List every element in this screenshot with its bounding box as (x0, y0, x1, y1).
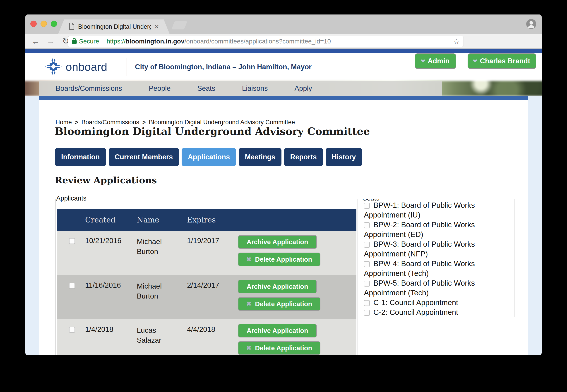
column-name: Name (137, 215, 187, 224)
nav-item-apply[interactable]: Apply (294, 84, 312, 93)
onboard-logo[interactable]: onboard (45, 53, 107, 81)
url-text: https://bloomington.in.gov/onboard/commi… (107, 38, 451, 45)
seat-option: BPW-4: Board of Public Works Appointment… (364, 259, 512, 278)
tab-applications[interactable]: Applications (182, 148, 236, 166)
breadcrumb: Home > Boards/Commissions > Bloomington … (56, 119, 295, 126)
column-created: Created (85, 215, 137, 224)
browser-toolbar: ← → ↻ Secure https://bloomington.in.gov/… (25, 34, 542, 49)
breadcrumb-home[interactable]: Home (56, 119, 72, 126)
seat-checkbox[interactable] (364, 300, 370, 306)
x-icon: ✖ (246, 256, 252, 263)
page-content: Home > Boards/Commissions > Bloomington … (39, 100, 528, 355)
table-header: Created Name Expires (57, 209, 356, 231)
site-title: City of Bloomington, Indiana – John Hami… (135, 53, 312, 81)
nav-underline-bar (39, 96, 528, 100)
row-checkbox[interactable] (69, 327, 75, 333)
seat-checkbox[interactable] (364, 242, 370, 248)
chevron-down-icon (421, 58, 425, 62)
section-heading: Review Applications (55, 175, 157, 185)
zoom-window-button[interactable] (51, 21, 57, 27)
primary-nav: Boards/Commissions People Seats Liaisons… (39, 81, 442, 96)
cell-created: 1/4/2018 (85, 325, 137, 355)
cell-name: Lucas Salazar (137, 325, 187, 355)
applicants-legend: Applicants (56, 195, 89, 202)
breadcrumb-separator: > (142, 119, 146, 126)
delete-application-button[interactable]: ✖Delete Application (238, 252, 320, 266)
seat-checkbox[interactable] (364, 203, 370, 209)
seats-legend: Seats (362, 199, 382, 202)
breadcrumb-separator: > (75, 119, 78, 126)
chevron-down-icon (473, 58, 477, 62)
row-checkbox[interactable] (69, 283, 75, 289)
x-icon: ✖ (246, 300, 252, 308)
nav-item-liaisons[interactable]: Liaisons (242, 84, 268, 93)
close-window-button[interactable] (30, 21, 37, 27)
delete-application-button[interactable]: ✖Delete Application (238, 297, 320, 311)
seat-checkbox[interactable] (364, 281, 370, 287)
page-favicon-icon (69, 23, 74, 31)
back-button[interactable]: ← (31, 36, 40, 46)
browser-tab[interactable]: Bloomington Digital Undergrou ✕ (58, 19, 170, 34)
seat-option: BPW-2: Board of Public Works Appointment… (364, 220, 512, 239)
cell-created: 10/21/2016 (85, 237, 137, 275)
seat-option: C-1: Council Appointment (364, 298, 512, 307)
tab-title: Bloomington Digital Undergrou (78, 23, 151, 30)
seat-option: BPW-3: Board of Public Works Appointment… (364, 239, 512, 259)
tab-reports[interactable]: Reports (284, 148, 323, 166)
cell-name: Michael Burton (137, 281, 187, 319)
seat-option: C-2: Council Appointment (364, 307, 512, 317)
desktop-background: Bloomington Digital Undergrou ✕ ← → ↻ Se… (0, 0, 567, 392)
tab-current-members[interactable]: Current Members (109, 148, 179, 166)
tab-meetings[interactable]: Meetings (239, 148, 281, 166)
committee-tabs: Information Current Members Applications… (55, 148, 362, 166)
breadcrumb-committee[interactable]: Bloomington Digital Underground Advisory… (149, 119, 295, 126)
lock-icon (72, 38, 77, 45)
cell-name: Michael Burton (137, 237, 187, 275)
archive-application-button[interactable]: Archive Application (238, 324, 317, 337)
profile-avatar-icon[interactable] (526, 19, 536, 30)
seat-checkbox[interactable] (364, 261, 370, 267)
nav-item-people[interactable]: People (149, 84, 171, 93)
site-top-strip (25, 49, 542, 53)
address-bar[interactable]: Secure https://bloomington.in.gov/onboar… (68, 36, 464, 47)
user-menu-button[interactable]: Charles Brandt (468, 53, 536, 69)
cell-expires: 1/19/2017 (187, 237, 238, 275)
forward-button[interactable]: → (46, 36, 55, 46)
cell-expires: 2/14/2017 (187, 281, 238, 319)
row-checkbox[interactable] (69, 238, 75, 244)
table-row: 11/16/2016 Michael Burton 2/14/2017 Arch… (57, 275, 356, 319)
browser-window: Bloomington Digital Undergrou ✕ ← → ↻ Se… (25, 14, 542, 355)
delete-application-button[interactable]: ✖Delete Application (238, 341, 320, 355)
snowflake-logo-icon (45, 56, 62, 77)
archive-application-button[interactable]: Archive Application (238, 280, 317, 293)
tab-close-icon[interactable]: ✕ (154, 23, 159, 30)
table-body: 10/21/2016 Michael Burton 1/19/2017 Arch… (57, 231, 356, 355)
site-header: onboard City of Bloomington, Indiana – J… (25, 53, 542, 81)
table-row: 10/21/2016 Michael Burton 1/19/2017 Arch… (57, 231, 356, 275)
breadcrumb-boards-commissions[interactable]: Boards/Commissions (82, 119, 139, 126)
new-tab-button[interactable] (171, 21, 187, 29)
secure-label: Secure (79, 38, 99, 45)
admin-menu-button[interactable]: Admin (415, 53, 456, 69)
seat-checkbox[interactable] (364, 310, 370, 316)
seat-option: BPW-1: Board of Public Works Appointment… (364, 200, 512, 220)
nav-item-boards-commissions[interactable]: Boards/Commissions (56, 84, 122, 93)
nav-item-seats[interactable]: Seats (197, 84, 215, 93)
x-icon: ✖ (246, 344, 252, 352)
seat-checkbox[interactable] (364, 222, 370, 228)
tab-information[interactable]: Information (55, 148, 106, 166)
header-divider (127, 58, 127, 76)
cell-created: 11/16/2016 (85, 281, 137, 319)
tab-history[interactable]: History (326, 148, 362, 166)
browser-tabstrip: Bloomington Digital Undergrou ✕ (25, 14, 542, 34)
seat-option: BPW-5: Board of Public Works Appointment… (364, 278, 512, 298)
archive-application-button[interactable]: Archive Application (238, 235, 317, 249)
minimize-window-button[interactable] (41, 21, 47, 27)
cell-expires: 4/4/2018 (187, 325, 238, 355)
seats-panel: Seats BPW-1: Board of Public Works Appoi… (362, 199, 514, 317)
brand-name: onboard (66, 60, 107, 73)
bookmark-star-icon[interactable]: ☆ (453, 37, 460, 46)
page-title: Bloomington Digital Underground Advisory… (55, 125, 370, 137)
column-expires: Expires (187, 215, 238, 224)
applicants-panel: Applicants Created Name Expires 10/21/20… (56, 199, 358, 355)
